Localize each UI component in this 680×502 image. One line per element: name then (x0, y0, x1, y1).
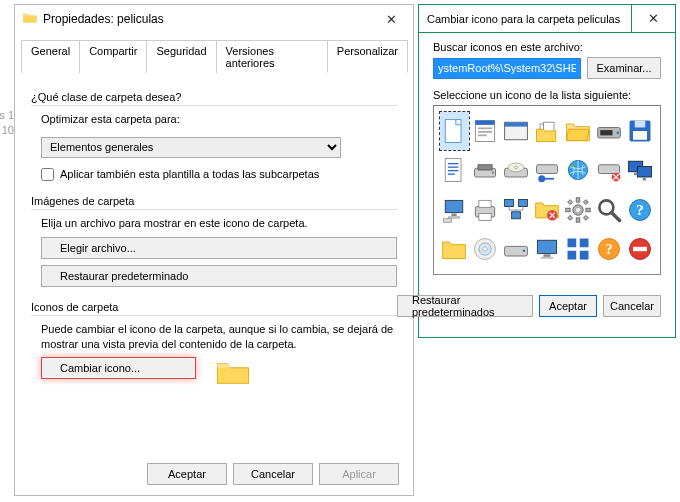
svg-rect-54 (583, 199, 588, 204)
svg-rect-7 (505, 122, 528, 126)
svg-rect-37 (452, 213, 457, 216)
icondlg-close-button[interactable]: ✕ (631, 5, 675, 33)
icon-blank-page[interactable] (440, 112, 469, 150)
icondlg-cancel-button[interactable]: Cancelar (603, 295, 661, 317)
icon-disc[interactable] (471, 231, 500, 269)
optimize-label: Optimizar esta carpeta para: (41, 112, 397, 127)
icon-grid[interactable]: ? ? (433, 105, 661, 275)
svg-rect-39 (444, 219, 452, 223)
icon-folder-net[interactable] (533, 191, 562, 229)
restore-default-button[interactable]: Restaurar predeterminado (41, 265, 397, 287)
folder-icon (23, 12, 43, 26)
folder-preview-icon (216, 357, 250, 387)
icon-folder-yellow[interactable] (440, 231, 469, 269)
change-icon-button[interactable]: Cambiar icono... (41, 357, 196, 379)
apply-subfolders-row[interactable]: Aplicar también esta plantilla a todas l… (41, 168, 397, 181)
props-cancel-button[interactable]: Cancelar (233, 463, 313, 485)
svg-text:?: ? (605, 242, 612, 258)
choose-file-button[interactable]: Elegir archivo... (41, 237, 397, 259)
svg-rect-50 (576, 218, 580, 222)
props-close-button[interactable]: ✕ (369, 5, 413, 33)
background-text: ws 1 10 (0, 108, 14, 139)
svg-rect-19 (448, 170, 459, 171)
personalizar-pane: ¿Qué clase de carpeta desea? Optimizar e… (15, 73, 413, 409)
svg-point-23 (492, 172, 494, 174)
svg-rect-68 (567, 239, 576, 248)
svg-rect-45 (512, 212, 521, 219)
tab-versiones[interactable]: Versiones anteriores (216, 40, 328, 73)
change-icon-dialog: Cambiar icono para la carpeta peliculas … (418, 4, 676, 338)
icon-folder-docs[interactable] (533, 112, 562, 150)
svg-rect-17 (448, 163, 459, 164)
svg-rect-3 (478, 127, 492, 129)
icondlg-title: Cambiar icono para la carpeta peliculas (427, 13, 620, 25)
icon-stop[interactable] (625, 231, 654, 269)
tab-compartir[interactable]: Compartir (79, 40, 147, 73)
icondlg-titlebar: Cambiar icono para la carpeta peliculas … (419, 5, 675, 33)
props-apply-button[interactable]: Aplicar (319, 463, 399, 485)
svg-rect-53 (567, 199, 572, 204)
restore-defaults-button[interactable]: Restaurar predeterminados (397, 295, 533, 317)
icon-drive-generic[interactable] (502, 231, 531, 269)
svg-rect-75 (633, 247, 647, 251)
optimize-combo[interactable]: Elementos generales (41, 137, 341, 158)
icon-net-drive[interactable] (533, 152, 562, 190)
svg-point-64 (523, 250, 526, 253)
icon-search[interactable] (594, 191, 623, 229)
icon-question[interactable]: ? (594, 231, 623, 269)
svg-rect-27 (536, 165, 557, 174)
svg-rect-70 (567, 251, 576, 260)
icon-doc-app[interactable] (471, 112, 500, 150)
svg-rect-67 (541, 257, 553, 259)
svg-rect-33 (637, 167, 651, 178)
group2-desc: Elija un archivo para mostrar en este ic… (41, 216, 397, 231)
svg-rect-65 (537, 241, 556, 254)
icon-globe[interactable] (563, 152, 592, 190)
close-icon: ✕ (386, 12, 397, 27)
svg-text:?: ? (636, 202, 643, 218)
props-titlebar: Propiedades: peliculas ✕ (15, 5, 413, 33)
svg-rect-66 (543, 255, 550, 258)
icon-cd-drive[interactable] (502, 152, 531, 190)
group2-label: Imágenes de carpeta (31, 195, 397, 207)
icon-network[interactable] (502, 191, 531, 229)
svg-rect-35 (642, 178, 646, 181)
group3-desc: Puede cambiar el icono de la carpeta, au… (41, 322, 397, 352)
icon-drive[interactable] (594, 112, 623, 150)
icon-net-folder-x[interactable] (594, 152, 623, 190)
svg-rect-2 (476, 120, 495, 124)
icon-computer[interactable] (440, 191, 469, 229)
svg-rect-41 (479, 200, 491, 207)
icon-apps-grid[interactable] (563, 231, 592, 269)
tab-personalizar[interactable]: Personalizar (327, 40, 408, 73)
browse-button[interactable]: Examinar... (587, 57, 661, 79)
props-ok-button[interactable]: Aceptar (147, 463, 227, 485)
icon-help[interactable]: ? (625, 191, 654, 229)
svg-rect-5 (478, 134, 487, 136)
svg-rect-69 (580, 239, 589, 248)
svg-point-12 (616, 131, 619, 134)
icon-printer[interactable] (471, 191, 500, 229)
icon-floppy[interactable] (625, 112, 654, 150)
apply-subfolders-checkbox[interactable] (41, 168, 54, 181)
svg-rect-56 (583, 215, 588, 220)
close-icon: ✕ (648, 11, 659, 26)
icon-page-lines[interactable] (440, 152, 469, 190)
svg-rect-44 (519, 199, 528, 206)
svg-point-62 (483, 247, 487, 251)
svg-rect-43 (505, 199, 514, 206)
tab-seguridad[interactable]: Seguridad (146, 40, 216, 73)
icon-path-input[interactable] (433, 58, 581, 79)
icon-open-folder[interactable] (563, 112, 592, 150)
icon-monitor[interactable] (533, 231, 562, 269)
icon-monitors[interactable] (625, 152, 654, 190)
icon-app-window[interactable] (502, 112, 531, 150)
svg-rect-20 (448, 174, 455, 175)
icondlg-ok-button[interactable]: Aceptar (539, 295, 597, 317)
icon-gear[interactable] (563, 191, 592, 229)
svg-rect-42 (479, 213, 491, 220)
icon-removable-drive[interactable] (471, 152, 500, 190)
tab-general[interactable]: General (21, 40, 80, 73)
svg-rect-30 (598, 165, 619, 174)
svg-rect-52 (586, 208, 590, 212)
